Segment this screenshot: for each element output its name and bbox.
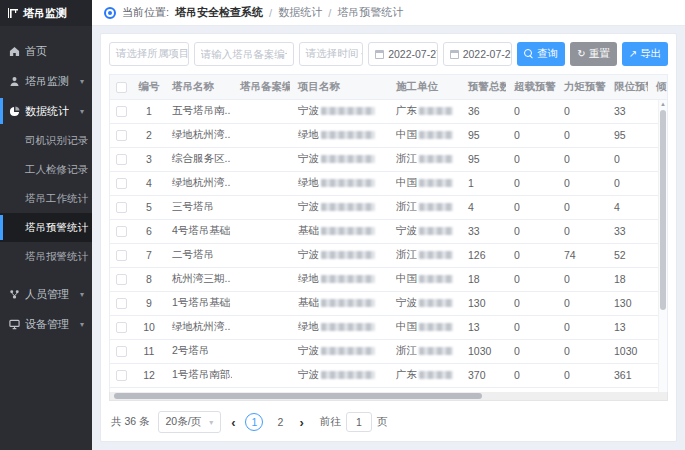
goto-page-input[interactable] xyxy=(346,412,372,432)
cell-record-no xyxy=(232,99,290,123)
cell-construction-unit: 浙江 xyxy=(388,195,460,219)
sidebar-item-home[interactable]: 首页 xyxy=(0,36,92,66)
cell-project-name: 宁波 xyxy=(290,363,388,387)
cell-moment-warning: 0 xyxy=(556,171,606,195)
calendar-icon xyxy=(375,50,384,59)
row-checkbox[interactable] xyxy=(116,178,127,189)
breadcrumb-root[interactable]: 塔吊安全检查系统 xyxy=(175,5,263,20)
stats-icon xyxy=(8,105,20,117)
breadcrumb-level1[interactable]: 数据统计 xyxy=(278,5,322,20)
cell-limit-warning: 1030 xyxy=(606,339,648,363)
cell-record-no xyxy=(232,291,290,315)
next-page-button[interactable]: › xyxy=(297,416,305,429)
sidebar-subitem-worker-records[interactable]: 工人检修记录 xyxy=(0,155,92,184)
cell-record-no xyxy=(232,219,290,243)
sidebar-subitem-driver-records[interactable]: 司机识别记录 xyxy=(0,126,92,155)
prev-page-button[interactable]: ‹ xyxy=(229,416,237,429)
cell-moment-warning: 0 xyxy=(556,195,606,219)
record-no-input[interactable] xyxy=(194,42,294,66)
row-checkbox[interactable] xyxy=(116,298,127,309)
home-icon xyxy=(8,45,20,57)
cell-warning-total: 18 xyxy=(460,267,506,291)
cell-moment-warning: 0 xyxy=(556,267,606,291)
row-checkbox[interactable] xyxy=(116,370,127,381)
cell-crane-name: 五号塔吊南.. xyxy=(164,99,232,123)
sidebar-item-personnel[interactable]: 人员管理 ▾ xyxy=(0,279,92,309)
row-checkbox[interactable] xyxy=(116,130,127,141)
col-warning-total: 预警总数 xyxy=(460,75,506,99)
cell-crane-name: 1号塔吊基础 xyxy=(164,291,232,315)
vertical-scrollbar-thumb[interactable] xyxy=(660,110,666,310)
table-row: 9 1号塔吊基础 基础 宁波 130 0 0 130 xyxy=(110,291,668,315)
breadcrumb-bar: 当前位置: 塔吊安全检查系统 / 数据统计 / 塔吊预警统计 xyxy=(92,0,685,26)
table-row: 4 绿地杭州湾.. 绿地 中国 1 0 0 0 xyxy=(110,171,668,195)
cell-overload-warning: 0 xyxy=(506,363,556,387)
sidebar-nav: 首页 塔吊监测 ▾ 数据统计 ▾ 司机识别记录 工人检修记录 塔吊工作统计 塔吊… xyxy=(0,26,92,339)
cell-crane-name: 绿地杭州湾.. xyxy=(164,123,232,147)
caret-down-icon: ▾ xyxy=(80,77,84,86)
project-select[interactable]: 请选择所属项目 ▾ xyxy=(109,42,189,66)
row-checkbox[interactable] xyxy=(116,106,127,117)
sidebar-item-crane-monitor[interactable]: 塔吊监测 ▾ xyxy=(0,66,92,96)
sidebar-item-data-stats[interactable]: 数据统计 ▾ xyxy=(0,96,92,126)
end-date-picker[interactable]: 2022-07-27 xyxy=(443,42,513,66)
end-date-value: 2022-07-27 xyxy=(463,48,513,60)
sidebar-subitem-alarm-stats[interactable]: 塔吊报警统计 xyxy=(0,242,92,271)
col-construction-unit: 施工单位 xyxy=(388,75,460,99)
cell-limit-warning: 0 xyxy=(606,147,648,171)
row-checkbox[interactable] xyxy=(116,250,127,261)
cell-overload-warning: 0 xyxy=(506,267,556,291)
reset-button[interactable]: ↻ 重置 xyxy=(570,42,616,66)
table-row: 12 1号塔吊南部.. 宁波 广东 370 0 0 361 xyxy=(110,363,668,387)
row-checkbox[interactable] xyxy=(116,274,127,285)
cell-project-name: 绿地 xyxy=(290,315,388,339)
row-checkbox[interactable] xyxy=(116,226,127,237)
cell-overload-warning: 0 xyxy=(506,243,556,267)
col-crane-name: 塔吊名称 xyxy=(164,75,232,99)
breadcrumb-level2[interactable]: 塔吊预警统计 xyxy=(337,5,403,20)
scroll-up-arrow-icon[interactable]: ▲ xyxy=(659,100,667,108)
sidebar-item-label: 设备管理 xyxy=(25,317,69,332)
cell-overload-warning: 0 xyxy=(506,315,556,339)
row-checkbox[interactable] xyxy=(116,346,127,357)
cell-record-no xyxy=(232,363,290,387)
row-checkbox[interactable] xyxy=(116,154,127,165)
caret-down-icon: ▾ xyxy=(80,107,84,116)
start-date-picker[interactable]: 2022-07-27 xyxy=(368,42,438,66)
time-select[interactable]: 请选择时间 ▾ xyxy=(299,42,364,66)
horizontal-scrollbar-thumb[interactable] xyxy=(114,393,482,399)
cell-limit-warning: 52 xyxy=(606,243,648,267)
export-button[interactable]: ↗ 导出 xyxy=(622,42,668,66)
cell-project-name: 绿地 xyxy=(290,171,388,195)
page-number-2[interactable]: 2 xyxy=(271,413,289,431)
content-panel: 请选择所属项目 ▾ 请选择时间 ▾ 2022-07-27 2022-07- xyxy=(100,33,677,442)
page-number-1[interactable]: 1 xyxy=(245,413,263,431)
caret-down-icon: ▾ xyxy=(80,290,84,299)
cell-record-no xyxy=(232,243,290,267)
select-all-checkbox[interactable] xyxy=(116,82,127,93)
table-header-row: 编号塔吊名称塔吊备案编号项目名称施工单位预警总数超载预警力矩预警限位预警倾 xyxy=(110,75,668,99)
cell-id: 3 xyxy=(134,147,164,171)
horizontal-scrollbar[interactable] xyxy=(109,392,668,401)
row-checkbox[interactable] xyxy=(116,202,127,213)
cell-overload-warning: 0 xyxy=(506,195,556,219)
page-size-select[interactable]: 20条/页 ▾ xyxy=(158,411,222,433)
sidebar-subitem-work-stats[interactable]: 塔吊工作统计 xyxy=(0,184,92,213)
vertical-scrollbar[interactable]: ▲ xyxy=(658,100,667,392)
cell-overload-warning: 0 xyxy=(506,291,556,315)
sidebar-subitem-warning-stats[interactable]: 塔吊预警统计 xyxy=(0,213,92,242)
cell-limit-warning: 18 xyxy=(606,267,648,291)
cell-project-name: 绿地 xyxy=(290,123,388,147)
cell-project-name: 宁波 xyxy=(290,147,388,171)
cell-id: 9 xyxy=(134,291,164,315)
warning-stats-table: 编号塔吊名称塔吊备案编号项目名称施工单位预警总数超载预警力矩预警限位预警倾 1 … xyxy=(109,74,668,392)
sidebar-item-devices[interactable]: 设备管理 ▾ xyxy=(0,309,92,339)
cell-overload-warning: 0 xyxy=(506,339,556,363)
cell-record-no xyxy=(232,195,290,219)
row-checkbox[interactable] xyxy=(116,322,127,333)
search-button[interactable]: 查询 xyxy=(517,42,565,66)
table-row: 6 4号塔吊基础 基础 宁波 33 0 0 33 xyxy=(110,219,668,243)
cell-warning-total: 130 xyxy=(460,291,506,315)
cell-limit-warning: 95 xyxy=(606,123,648,147)
page-jump: 前往 页 xyxy=(320,412,388,432)
